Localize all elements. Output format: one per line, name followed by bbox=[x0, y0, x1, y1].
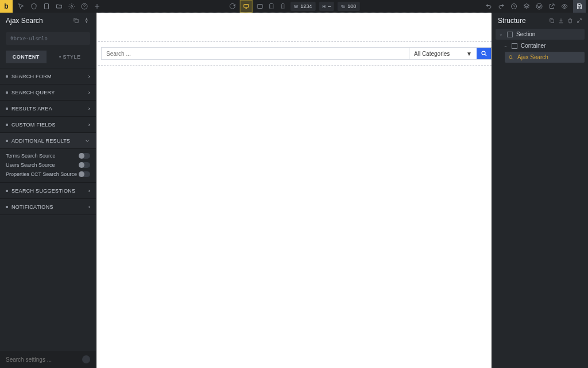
height-value: – bbox=[328, 3, 331, 9]
height-pill[interactable]: H– bbox=[319, 2, 334, 11]
chevron-down-icon: ⌄ bbox=[504, 43, 508, 48]
canvas-guide bbox=[98, 13, 492, 13]
svg-point-13 bbox=[509, 55, 512, 58]
element-id-field[interactable]: #brxe-ulsmlo bbox=[6, 32, 90, 45]
section-label: SEARCH FORM bbox=[11, 74, 52, 79]
tablet-portrait-icon[interactable] bbox=[268, 2, 276, 10]
section-search-suggestions[interactable]: SEARCH SUGGESTIONS› bbox=[0, 183, 96, 199]
search-filter-icon[interactable] bbox=[82, 355, 90, 363]
layers-icon[interactable] bbox=[523, 2, 531, 10]
svg-rect-10 bbox=[75, 20, 79, 23]
zoom-pill[interactable]: %100 bbox=[338, 2, 359, 11]
toggle-switch[interactable] bbox=[79, 171, 90, 177]
chevron-right-icon: › bbox=[88, 188, 90, 194]
top-toolbar: b W1234 H– %100 bbox=[0, 0, 588, 13]
svg-rect-5 bbox=[270, 4, 273, 9]
structure-panel: Structure ⌄Section ⌄Container Ajax Searc… bbox=[492, 13, 588, 368]
tree-item-container[interactable]: ⌄Container bbox=[500, 40, 585, 51]
panel-header: Ajax Search bbox=[0, 13, 96, 29]
container-icon bbox=[512, 43, 517, 49]
tree-label: Ajax Search bbox=[517, 54, 548, 60]
refresh-icon[interactable] bbox=[229, 2, 237, 10]
section-additional-results[interactable]: ADDITIONAL RESULTS bbox=[0, 133, 96, 149]
tree-label: Container bbox=[521, 43, 546, 49]
svg-point-1 bbox=[71, 6, 73, 7]
section-label: NOTIFICATIONS bbox=[11, 204, 53, 210]
svg-rect-3 bbox=[244, 5, 249, 8]
copy-icon[interactable] bbox=[549, 18, 555, 24]
search-submit-button[interactable] bbox=[477, 48, 491, 59]
toggle-label: Properties CCT Search Source bbox=[6, 171, 77, 177]
section-label: SEARCH SUGGESTIONS bbox=[11, 188, 75, 194]
svg-rect-6 bbox=[282, 4, 284, 9]
section-results-area[interactable]: RESULTS AREA› bbox=[0, 101, 96, 117]
logo[interactable]: b bbox=[0, 0, 13, 13]
toggle-switch[interactable] bbox=[79, 162, 90, 168]
tree-item-ajax-search[interactable]: Ajax Search bbox=[505, 52, 585, 63]
history-icon[interactable] bbox=[510, 2, 518, 10]
section-label: SEARCH QUERY bbox=[11, 90, 55, 95]
save-button[interactable] bbox=[573, 0, 586, 13]
style-label: STYLE bbox=[63, 54, 81, 60]
width-pill[interactable]: W1234 bbox=[291, 2, 316, 11]
panel-search-footer bbox=[0, 351, 96, 368]
plus-icon[interactable] bbox=[93, 2, 101, 10]
toggle-terms-source: Terms Search Source bbox=[0, 151, 96, 160]
category-select[interactable]: All Categories ▼ bbox=[409, 48, 477, 59]
redo-icon[interactable] bbox=[497, 2, 505, 10]
download-icon[interactable] bbox=[558, 18, 564, 24]
chevron-right-icon: › bbox=[88, 74, 90, 79]
tree-label: Section bbox=[516, 31, 535, 37]
zoom-value: 100 bbox=[347, 3, 356, 9]
svg-point-9 bbox=[564, 6, 566, 7]
wordpress-icon[interactable] bbox=[535, 2, 543, 10]
tab-style[interactable]: • STYLE bbox=[50, 51, 91, 63]
toggle-label: Users Search Source bbox=[6, 162, 55, 168]
section-search-query[interactable]: SEARCH QUERY› bbox=[0, 85, 96, 101]
caret-down-icon: ▼ bbox=[466, 51, 472, 57]
breakpoint-base-icon[interactable] bbox=[240, 0, 253, 13]
eye-icon[interactable] bbox=[560, 2, 568, 10]
trash-icon[interactable] bbox=[567, 18, 573, 24]
external-link-icon[interactable] bbox=[548, 2, 556, 10]
structure-header: Structure bbox=[492, 13, 588, 29]
cursor-icon[interactable] bbox=[17, 2, 25, 10]
toggle-properties-source: Properties CCT Search Source bbox=[0, 170, 96, 179]
chevron-right-icon: › bbox=[88, 204, 90, 210]
search-element-icon bbox=[508, 55, 514, 60]
height-label: H bbox=[322, 4, 326, 9]
tab-content[interactable]: CONTENT bbox=[6, 51, 47, 63]
toggle-switch[interactable] bbox=[79, 153, 90, 159]
structure-tree: ⌄Section ⌄Container Ajax Search bbox=[492, 29, 588, 63]
expand-icon[interactable] bbox=[577, 18, 582, 24]
accordion: SEARCH FORM› SEARCH QUERY› RESULTS AREA›… bbox=[0, 68, 96, 215]
panel-title: Ajax Search bbox=[6, 17, 43, 25]
chevron-down-icon bbox=[84, 138, 90, 144]
chevron-down-icon: ⌄ bbox=[499, 32, 504, 37]
panel-pin-icon[interactable] bbox=[83, 17, 90, 24]
tablet-landscape-icon[interactable] bbox=[256, 2, 264, 10]
tree-item-section[interactable]: ⌄Section bbox=[496, 29, 585, 40]
mobile-icon[interactable] bbox=[279, 2, 287, 10]
section-search-form[interactable]: SEARCH FORM› bbox=[0, 68, 96, 85]
toolbar-center: W1234 H– %100 bbox=[229, 0, 360, 13]
page-icon[interactable] bbox=[42, 2, 51, 10]
undo-icon[interactable] bbox=[485, 2, 493, 10]
width-label: W bbox=[294, 4, 299, 9]
section-custom-fields[interactable]: CUSTOM FIELDS› bbox=[0, 117, 96, 133]
search-input[interactable] bbox=[102, 48, 409, 59]
help-icon[interactable] bbox=[80, 2, 88, 10]
chevron-right-icon: › bbox=[88, 90, 90, 95]
folder-icon[interactable] bbox=[55, 2, 63, 10]
toggle-group: Terms Search Source Users Search Source … bbox=[0, 149, 96, 183]
chevron-right-icon: › bbox=[88, 122, 90, 128]
shield-icon[interactable] bbox=[30, 2, 38, 10]
section-notifications[interactable]: NOTIFICATIONS› bbox=[0, 199, 96, 215]
section-label: RESULTS AREA bbox=[11, 106, 52, 112]
editor-canvas[interactable]: All Categories ▼ bbox=[96, 13, 492, 368]
section-label: ADDITIONAL RESULTS bbox=[11, 138, 70, 144]
panel-copy-icon[interactable] bbox=[73, 17, 80, 24]
settings-search-input[interactable] bbox=[6, 356, 79, 363]
gear-icon[interactable] bbox=[68, 2, 76, 10]
ajax-search-widget: All Categories ▼ bbox=[101, 47, 492, 60]
